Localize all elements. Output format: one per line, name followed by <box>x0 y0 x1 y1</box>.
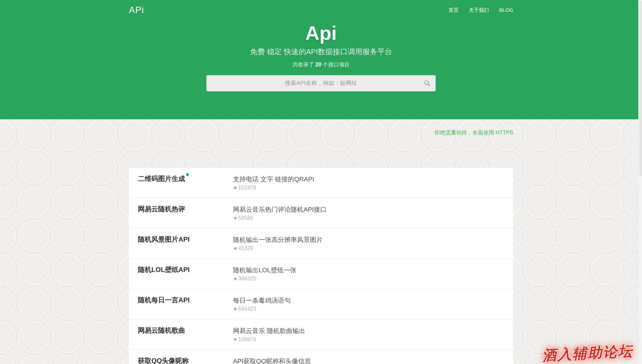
api-list-row[interactable]: 二维码图片生成 支持电话 文字 链接的QRAPI ★102478 <box>129 168 513 198</box>
api-description: 随机输出LOL壁纸一张 <box>233 266 296 275</box>
star-icon: ★ <box>233 336 237 342</box>
nav-item-about[interactable]: 关于我们 <box>469 7 489 13</box>
star-count-value: 594423 <box>238 306 256 312</box>
api-title[interactable]: 网易云随机热评 <box>138 205 185 214</box>
star-icon: ★ <box>233 306 237 312</box>
api-title-label: 网易云随机歌曲 <box>138 327 185 334</box>
api-description: 网易云音乐 随机歌曲输出 <box>233 327 305 335</box>
notice-bar: 拒绝流量劫持，全面使用 HTTPS <box>129 129 513 136</box>
api-list: 二维码图片生成 支持电话 文字 链接的QRAPI ★102478 网易云随机热评… <box>129 168 513 364</box>
api-list-row[interactable]: 随机每日一言API 每日一条毒鸡汤语句 ★594423 <box>129 289 513 319</box>
nav-item-home[interactable]: 首页 <box>448 7 459 13</box>
api-description: 网易云音乐热门评论随机API接口 <box>233 205 327 214</box>
search-input[interactable] <box>206 75 436 91</box>
navbar: APi 首页 关于我们 BLOG <box>129 0 513 16</box>
star-count-value: 368320 <box>238 276 256 281</box>
new-dot-icon <box>186 173 189 176</box>
star-icon: ★ <box>233 276 237 281</box>
count-prefix: 共收录了 <box>292 62 314 67</box>
api-title[interactable]: 网易云随机歌曲 <box>138 326 185 335</box>
count-value: 20 <box>314 62 323 67</box>
scrollbar-thumb[interactable] <box>639 1 642 176</box>
search-icon[interactable] <box>424 80 431 87</box>
api-title-label: 二维码图片生成 <box>138 175 185 182</box>
https-notice-link[interactable]: 拒绝流量劫持，全面使用 HTTPS <box>435 130 513 135</box>
nav-item-blog[interactable]: BLOG <box>499 7 513 13</box>
api-list-row[interactable]: 网易云随机热评 网易云音乐热门评论随机API接口 ★59586 <box>129 198 513 228</box>
api-star-count: ★368320 <box>233 276 256 282</box>
search-box[interactable] <box>206 75 436 91</box>
star-icon: ★ <box>233 215 237 221</box>
api-description: API获取QQ昵称和头像信息 <box>233 357 311 364</box>
site-logo[interactable]: APi <box>129 5 144 16</box>
api-title-label: 随机LOL壁纸API <box>138 266 189 273</box>
api-list-row[interactable]: 网易云随机歌曲 网易云音乐 随机歌曲输出 ★126676 <box>129 319 513 350</box>
page-subtitle: 免费 稳定 快速的API数据接口调用服务平台 <box>129 47 513 57</box>
api-title-label: 网易云随机热评 <box>138 205 185 213</box>
api-star-count: ★126676 <box>233 336 256 342</box>
api-star-count: ★59586 <box>233 215 253 221</box>
api-title-label: 获取QQ头像昵称 <box>138 357 189 364</box>
page-title: Api <box>129 22 513 44</box>
star-icon: ★ <box>233 185 237 190</box>
star-count-value: 59586 <box>238 215 253 221</box>
star-count-value: 41329 <box>238 245 253 251</box>
api-title-label: 随机每日一言API <box>138 296 189 304</box>
api-list-row[interactable]: 随机风景图片API 随机输出一张高分辨率风景图片 ★41329 <box>129 228 513 259</box>
api-list-row[interactable]: 获取QQ头像昵称 API获取QQ昵称和头像信息 <box>129 350 513 364</box>
api-star-count: ★102478 <box>233 185 256 191</box>
api-list-row[interactable]: 随机LOL壁纸API 随机输出LOL壁纸一张 ★368320 <box>129 259 513 289</box>
api-star-count: ★41329 <box>233 245 253 251</box>
api-title[interactable]: 随机LOL壁纸API <box>138 265 189 274</box>
api-description: 随机输出一张高分辨率风景图片 <box>233 236 323 244</box>
api-title[interactable]: 获取QQ头像昵称 <box>138 356 189 364</box>
star-count-value: 102478 <box>238 185 256 190</box>
hero-header: APi 首页 关于我们 BLOG Api 免费 稳定 快速的API数据接口调用服… <box>0 0 642 119</box>
api-description: 每日一条毒鸡汤语句 <box>233 296 291 305</box>
api-star-count: ★594423 <box>233 306 256 312</box>
star-icon: ★ <box>233 245 237 251</box>
main-nav: 首页 关于我们 BLOG <box>448 7 513 13</box>
api-description: 支持电话 文字 链接的QRAPI <box>233 175 314 184</box>
api-title[interactable]: 随机每日一言API <box>138 296 189 305</box>
api-title[interactable]: 二维码图片生成 <box>138 174 189 183</box>
forum-watermark: 酒入辅助论坛 <box>542 341 634 364</box>
scrollbar-track[interactable] <box>638 0 642 364</box>
star-count-value: 126676 <box>238 336 256 342</box>
api-title-label: 随机风景图片API <box>138 236 189 243</box>
count-suffix: 个接口项目 <box>323 62 350 67</box>
api-count-line: 共收录了20个接口项目 <box>129 61 513 68</box>
api-title[interactable]: 随机风景图片API <box>138 235 189 244</box>
